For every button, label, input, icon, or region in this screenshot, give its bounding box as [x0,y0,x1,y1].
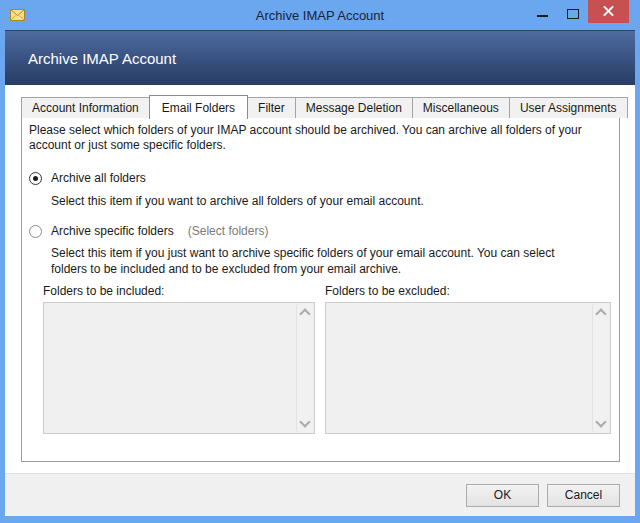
select-folders-link[interactable]: (Select folders) [188,224,269,238]
archive-all-radio[interactable] [29,172,42,185]
archive-specific-label: Archive specific folders [51,224,174,238]
panel-intro-text: Please select which folders of your IMAP… [29,123,609,153]
scroll-down-icon[interactable] [595,416,606,427]
included-folders-scrollbar[interactable] [296,304,313,432]
cancel-button[interactable]: Cancel [547,484,620,507]
archive-all-label: Archive all folders [51,171,146,185]
maximize-button[interactable] [558,0,588,30]
archive-specific-folders-option[interactable]: Archive specific folders (Select folders… [29,224,268,238]
scroll-down-icon[interactable] [299,416,310,427]
tab-email-folders[interactable]: Email Folders [149,95,248,119]
scroll-up-icon[interactable] [299,308,310,319]
email-folders-panel: Please select which folders of your IMAP… [21,117,620,462]
excluded-folders-label: Folders to be excluded: [325,284,611,298]
included-folders-listbox[interactable] [43,302,315,434]
dialog-window: Archive IMAP Account Archive IMAP Accoun… [0,0,640,523]
included-folders-column: Folders to be included: [43,284,315,434]
tab-user-assignments[interactable]: User Assignments [509,97,628,118]
title-bar: Archive IMAP Account [0,0,640,30]
minimize-button[interactable] [528,0,558,30]
archive-all-description: Select this item if you want to archive … [51,193,424,209]
window-controls [528,0,640,30]
close-button[interactable] [588,0,629,23]
scroll-up-icon[interactable] [595,308,606,319]
tab-account-information[interactable]: Account Information [21,97,150,118]
included-folders-label: Folders to be included: [43,284,315,298]
archive-all-folders-option[interactable]: Archive all folders [29,171,146,185]
tab-miscellaneous[interactable]: Miscellaneous [412,97,510,118]
tab-message-deletion[interactable]: Message Deletion [295,97,413,118]
archive-specific-description: Select this item if you just want to arc… [51,245,579,277]
excluded-folders-column: Folders to be excluded: [325,284,611,434]
window-title: Archive IMAP Account [256,8,384,23]
header-band: Archive IMAP Account [5,30,635,85]
dialog-body: Account Information Email Folders Filter… [5,85,635,516]
header-title: Archive IMAP Account [28,50,176,67]
ok-button[interactable]: OK [466,484,539,507]
excluded-folders-scrollbar[interactable] [592,304,609,432]
tab-filter[interactable]: Filter [247,97,296,118]
archive-specific-radio[interactable] [29,225,42,238]
envelope-icon [10,9,25,21]
tab-strip: Account Information Email Folders Filter… [21,95,627,118]
excluded-folders-listbox[interactable] [325,302,611,434]
dialog-footer: OK Cancel [5,473,635,516]
tab-content-area: Account Information Email Folders Filter… [5,85,635,473]
